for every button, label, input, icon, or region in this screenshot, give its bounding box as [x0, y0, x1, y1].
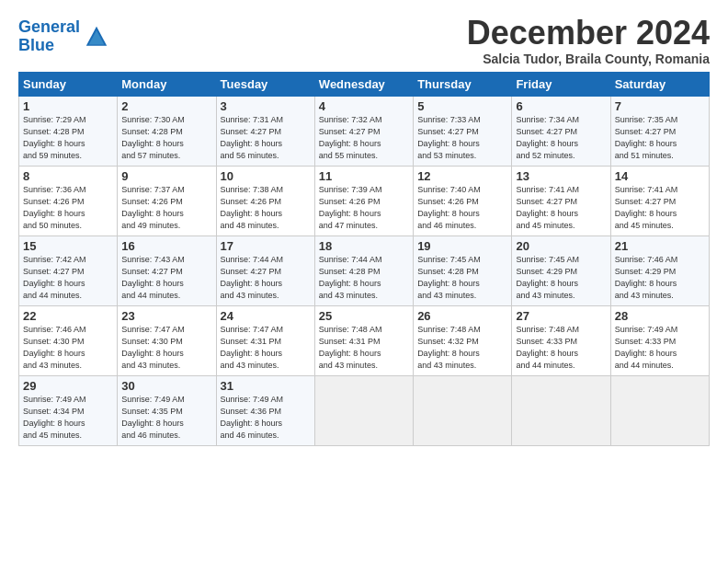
calendar-cell: 29Sunrise: 7:49 AMSunset: 4:34 PMDayligh…: [19, 375, 118, 445]
day-info: Sunrise: 7:32 AMSunset: 4:27 PMDaylight:…: [319, 114, 409, 162]
day-info: Sunrise: 7:47 AMSunset: 4:30 PMDaylight:…: [121, 324, 211, 372]
page-container: General Blue December 2024 Salcia Tudor,…: [0, 0, 728, 455]
day-number: 16: [121, 239, 211, 253]
header: General Blue December 2024 Salcia Tudor,…: [18, 15, 710, 66]
day-number: 27: [516, 309, 606, 323]
calendar-cell: 24Sunrise: 7:47 AMSunset: 4:31 PMDayligh…: [216, 305, 314, 375]
day-number: 3: [221, 99, 311, 113]
calendar-cell: 9Sunrise: 7:37 AMSunset: 4:26 PMDaylight…: [118, 166, 216, 236]
calendar-cell: 1Sunrise: 7:29 AMSunset: 4:28 PMDaylight…: [19, 96, 118, 166]
calendar-header: Sunday Monday Tuesday Wednesday Thursday…: [19, 72, 710, 96]
day-number: 5: [417, 99, 507, 113]
calendar-body: 1Sunrise: 7:29 AMSunset: 4:28 PMDaylight…: [19, 96, 710, 445]
col-friday: Friday: [512, 72, 610, 96]
logo-text: General Blue: [18, 18, 80, 55]
calendar-cell: 15Sunrise: 7:42 AMSunset: 4:27 PMDayligh…: [19, 236, 118, 305]
day-info: Sunrise: 7:47 AMSunset: 4:31 PMDaylight:…: [221, 324, 311, 372]
day-number: 1: [23, 99, 113, 113]
calendar-cell: 17Sunrise: 7:44 AMSunset: 4:27 PMDayligh…: [216, 236, 314, 305]
col-tuesday: Tuesday: [216, 72, 314, 96]
day-info: Sunrise: 7:41 AMSunset: 4:27 PMDaylight:…: [615, 184, 705, 232]
day-info: Sunrise: 7:35 AMSunset: 4:27 PMDaylight:…: [615, 114, 705, 162]
header-row: Sunday Monday Tuesday Wednesday Thursday…: [19, 72, 710, 96]
logo-icon: [84, 24, 109, 50]
logo-line1: General: [18, 17, 80, 36]
calendar-cell: 27Sunrise: 7:48 AMSunset: 4:33 PMDayligh…: [512, 305, 610, 375]
calendar-cell: 10Sunrise: 7:38 AMSunset: 4:26 PMDayligh…: [216, 166, 314, 236]
day-number: 28: [615, 309, 705, 323]
col-thursday: Thursday: [414, 72, 512, 96]
calendar-cell: 8Sunrise: 7:36 AMSunset: 4:26 PMDaylight…: [19, 166, 118, 236]
day-number: 2: [121, 99, 211, 113]
day-number: 4: [319, 99, 409, 113]
calendar-cell: [314, 375, 413, 445]
day-number: 13: [516, 169, 606, 183]
day-number: 6: [516, 99, 606, 113]
calendar-cell: 26Sunrise: 7:48 AMSunset: 4:32 PMDayligh…: [414, 305, 512, 375]
calendar-week-1: 1Sunrise: 7:29 AMSunset: 4:28 PMDaylight…: [19, 96, 710, 166]
day-info: Sunrise: 7:49 AMSunset: 4:34 PMDaylight:…: [23, 394, 113, 442]
logo: General Blue: [18, 18, 109, 55]
day-info: Sunrise: 7:44 AMSunset: 4:28 PMDaylight:…: [319, 254, 409, 302]
calendar-cell: 7Sunrise: 7:35 AMSunset: 4:27 PMDaylight…: [610, 96, 709, 166]
title-area: December 2024 Salcia Tudor, Braila Count…: [467, 15, 710, 66]
day-number: 8: [23, 169, 113, 183]
day-number: 29: [23, 379, 113, 393]
col-sunday: Sunday: [19, 72, 118, 96]
day-number: 25: [319, 309, 409, 323]
day-info: Sunrise: 7:48 AMSunset: 4:33 PMDaylight:…: [516, 324, 606, 372]
day-info: Sunrise: 7:49 AMSunset: 4:33 PMDaylight:…: [615, 324, 705, 372]
day-number: 30: [121, 379, 211, 393]
calendar-cell: 21Sunrise: 7:46 AMSunset: 4:29 PMDayligh…: [610, 236, 709, 305]
calendar-cell: 4Sunrise: 7:32 AMSunset: 4:27 PMDaylight…: [314, 96, 413, 166]
calendar-week-5: 29Sunrise: 7:49 AMSunset: 4:34 PMDayligh…: [19, 375, 710, 445]
day-number: 14: [615, 169, 705, 183]
col-monday: Monday: [118, 72, 216, 96]
day-number: 24: [221, 309, 311, 323]
calendar-cell: 3Sunrise: 7:31 AMSunset: 4:27 PMDaylight…: [216, 96, 314, 166]
day-number: 7: [615, 99, 705, 113]
calendar-cell: [512, 375, 610, 445]
day-info: Sunrise: 7:38 AMSunset: 4:26 PMDaylight:…: [221, 184, 311, 232]
col-wednesday: Wednesday: [314, 72, 413, 96]
calendar-cell: 2Sunrise: 7:30 AMSunset: 4:28 PMDaylight…: [118, 96, 216, 166]
day-info: Sunrise: 7:29 AMSunset: 4:28 PMDaylight:…: [23, 114, 113, 162]
day-info: Sunrise: 7:46 AMSunset: 4:29 PMDaylight:…: [615, 254, 705, 302]
day-info: Sunrise: 7:31 AMSunset: 4:27 PMDaylight:…: [221, 114, 311, 162]
day-info: Sunrise: 7:30 AMSunset: 4:28 PMDaylight:…: [121, 114, 211, 162]
day-info: Sunrise: 7:42 AMSunset: 4:27 PMDaylight:…: [23, 254, 113, 302]
calendar-cell: 5Sunrise: 7:33 AMSunset: 4:27 PMDaylight…: [414, 96, 512, 166]
day-number: 12: [417, 169, 507, 183]
col-saturday: Saturday: [610, 72, 709, 96]
day-number: 17: [221, 239, 311, 253]
day-info: Sunrise: 7:48 AMSunset: 4:31 PMDaylight:…: [319, 324, 409, 372]
calendar-cell: 16Sunrise: 7:43 AMSunset: 4:27 PMDayligh…: [118, 236, 216, 305]
day-info: Sunrise: 7:46 AMSunset: 4:30 PMDaylight:…: [23, 324, 113, 372]
calendar-cell: 18Sunrise: 7:44 AMSunset: 4:28 PMDayligh…: [314, 236, 413, 305]
day-number: 31: [221, 379, 311, 393]
calendar-week-4: 22Sunrise: 7:46 AMSunset: 4:30 PMDayligh…: [19, 305, 710, 375]
day-number: 10: [221, 169, 311, 183]
calendar-cell: 30Sunrise: 7:49 AMSunset: 4:35 PMDayligh…: [118, 375, 216, 445]
day-number: 9: [121, 169, 211, 183]
day-info: Sunrise: 7:37 AMSunset: 4:26 PMDaylight:…: [121, 184, 211, 232]
calendar-cell: 14Sunrise: 7:41 AMSunset: 4:27 PMDayligh…: [610, 166, 709, 236]
calendar-table: Sunday Monday Tuesday Wednesday Thursday…: [18, 72, 710, 446]
calendar-cell: 6Sunrise: 7:34 AMSunset: 4:27 PMDaylight…: [512, 96, 610, 166]
calendar-cell: 13Sunrise: 7:41 AMSunset: 4:27 PMDayligh…: [512, 166, 610, 236]
day-info: Sunrise: 7:45 AMSunset: 4:28 PMDaylight:…: [417, 254, 507, 302]
day-info: Sunrise: 7:33 AMSunset: 4:27 PMDaylight:…: [417, 114, 507, 162]
day-number: 18: [319, 239, 409, 253]
day-info: Sunrise: 7:43 AMSunset: 4:27 PMDaylight:…: [121, 254, 211, 302]
calendar-cell: 25Sunrise: 7:48 AMSunset: 4:31 PMDayligh…: [314, 305, 413, 375]
calendar-cell: [414, 375, 512, 445]
calendar-cell: 23Sunrise: 7:47 AMSunset: 4:30 PMDayligh…: [118, 305, 216, 375]
subtitle: Salcia Tudor, Braila County, Romania: [467, 52, 710, 66]
calendar-cell: [610, 375, 709, 445]
day-info: Sunrise: 7:39 AMSunset: 4:26 PMDaylight:…: [319, 184, 409, 232]
day-number: 23: [121, 309, 211, 323]
day-number: 26: [417, 309, 507, 323]
day-info: Sunrise: 7:34 AMSunset: 4:27 PMDaylight:…: [516, 114, 606, 162]
day-info: Sunrise: 7:44 AMSunset: 4:27 PMDaylight:…: [221, 254, 311, 302]
day-info: Sunrise: 7:41 AMSunset: 4:27 PMDaylight:…: [516, 184, 606, 232]
